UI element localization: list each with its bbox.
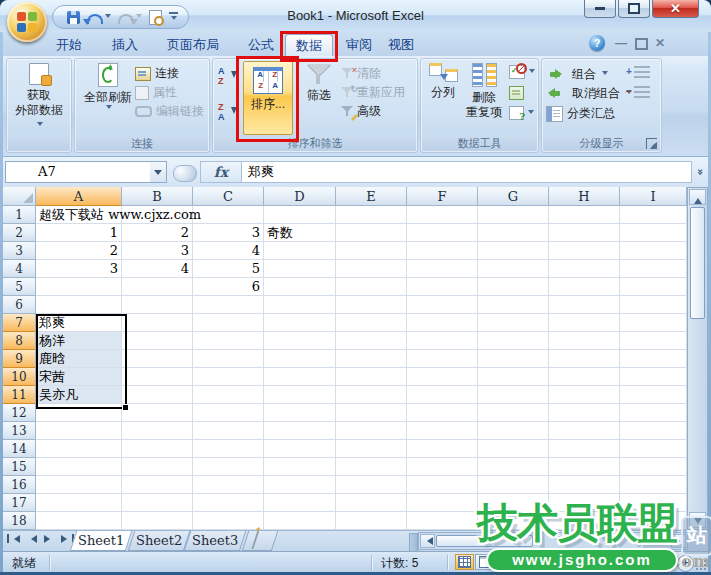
what-if-analysis-button[interactable] (509, 106, 534, 120)
insert-function-button[interactable]: fx (200, 161, 242, 183)
cell-D5[interactable] (264, 278, 336, 296)
cell-C1[interactable] (193, 206, 264, 224)
filter-button[interactable]: 筛选 (299, 63, 339, 103)
minimize-button[interactable] (584, 0, 616, 18)
cell-G6[interactable] (478, 296, 549, 314)
cell-D12[interactable] (264, 404, 336, 422)
selection-border[interactable] (36, 314, 127, 409)
cell-G12[interactable] (478, 404, 549, 422)
vertical-scrollbar-thumb[interactable] (690, 207, 705, 319)
tab-公式[interactable]: 公式 (239, 34, 283, 56)
ungroup-button[interactable]: 取消组合 (543, 85, 632, 102)
cell-D9[interactable] (264, 350, 336, 368)
cell-E5[interactable] (336, 278, 407, 296)
workbook-minimize-icon[interactable]: — (615, 36, 627, 50)
cell-F13[interactable] (407, 422, 478, 440)
advanced-button[interactable]: 高级 (341, 103, 381, 120)
dialog-launcher-icon[interactable] (646, 138, 657, 149)
cell-I4[interactable] (620, 260, 687, 278)
cell-D14[interactable] (264, 440, 336, 458)
row-header-6[interactable]: 6 (3, 296, 36, 314)
row-header-9[interactable]: 9 (3, 350, 36, 368)
cell-F17[interactable] (407, 494, 478, 512)
cell-E8[interactable] (336, 332, 407, 350)
cell-E14[interactable] (336, 440, 407, 458)
cell-I6[interactable] (620, 296, 687, 314)
cell-C17[interactable] (193, 494, 264, 512)
tab-插入[interactable]: 插入 (103, 34, 147, 56)
remove-duplicates-button[interactable]: 删除 重复项 (461, 63, 507, 120)
cell-D6[interactable] (264, 296, 336, 314)
cell-C16[interactable] (193, 476, 264, 494)
cell-C10[interactable] (193, 368, 264, 386)
cell-F7[interactable] (407, 314, 478, 332)
cell-B7[interactable] (122, 314, 193, 332)
column-header-F[interactable]: F (407, 187, 478, 206)
cell-E6[interactable] (336, 296, 407, 314)
row-header-8[interactable]: 8 (3, 332, 36, 350)
cell-C12[interactable] (193, 404, 264, 422)
cell-F16[interactable] (407, 476, 478, 494)
cell-E15[interactable] (336, 458, 407, 476)
cell-E1[interactable] (336, 206, 407, 224)
cell-C15[interactable] (193, 458, 264, 476)
cell-I2[interactable] (620, 224, 687, 242)
cell-E17[interactable] (336, 494, 407, 512)
column-header-H[interactable]: H (549, 187, 620, 206)
customize-quick-access-icon[interactable] (169, 12, 178, 23)
formula-bar-splitter[interactable] (173, 165, 197, 182)
vertical-scrollbar[interactable] (687, 187, 708, 530)
cell-D4[interactable] (264, 260, 336, 278)
cell-C13[interactable] (193, 422, 264, 440)
expand-formula-bar-icon[interactable]: » (693, 161, 707, 183)
cell-A3[interactable]: 2 (36, 242, 122, 260)
cell-E7[interactable] (336, 314, 407, 332)
close-button[interactable]: ✕ (652, 0, 699, 18)
cell-I9[interactable] (620, 350, 687, 368)
help-icon[interactable]: ? (589, 35, 605, 51)
cell-I15[interactable] (620, 458, 687, 476)
row-header-18[interactable]: 18 (3, 512, 36, 530)
cell-I13[interactable] (620, 422, 687, 440)
cell-B10[interactable] (122, 368, 193, 386)
data-validation-button[interactable] (509, 65, 535, 79)
cell-D7[interactable] (264, 314, 336, 332)
cell-E9[interactable] (336, 350, 407, 368)
cell-F18[interactable] (407, 512, 478, 530)
cell-D18[interactable] (264, 512, 336, 530)
cell-D10[interactable] (264, 368, 336, 386)
consolidate-button[interactable] (509, 86, 524, 100)
normal-view-button[interactable] (455, 554, 474, 570)
cell-B8[interactable] (122, 332, 193, 350)
formula-input[interactable]: 郑爽 (241, 161, 692, 183)
cell-G9[interactable] (478, 350, 549, 368)
undo-dropdown-icon[interactable] (105, 14, 111, 21)
cell-A1[interactable]: 超级下载站 www.cjxz.com (36, 206, 122, 224)
tab-页面布局[interactable]: 页面布局 (159, 34, 227, 56)
sort-descending-button[interactable]: ZA (218, 103, 237, 120)
row-header-13[interactable]: 13 (3, 422, 36, 440)
cell-B9[interactable] (122, 350, 193, 368)
cell-H10[interactable] (549, 368, 620, 386)
cell-F14[interactable] (407, 440, 478, 458)
column-header-E[interactable]: E (336, 187, 407, 206)
cell-H3[interactable] (549, 242, 620, 260)
previous-sheet-icon[interactable] (27, 535, 37, 543)
cell-B5[interactable] (122, 278, 193, 296)
cell-B4[interactable]: 4 (122, 260, 193, 278)
cell-C14[interactable] (193, 440, 264, 458)
workbook-restore-icon[interactable] (635, 38, 648, 53)
cell-F2[interactable] (407, 224, 478, 242)
sheet-tab-Sheet2[interactable]: Sheet2 (128, 531, 190, 551)
cell-A18[interactable] (36, 512, 122, 530)
cell-I16[interactable] (620, 476, 687, 494)
subtotal-button[interactable]: 分类汇总 (546, 105, 615, 122)
row-header-2[interactable]: 2 (3, 224, 36, 242)
restore-button[interactable] (618, 0, 650, 18)
row-header-7[interactable]: 7 (3, 314, 36, 332)
row-header-12[interactable]: 12 (3, 404, 36, 422)
cell-G15[interactable] (478, 458, 549, 476)
cell-D3[interactable] (264, 242, 336, 260)
cell-C2[interactable]: 3 (193, 224, 264, 242)
cell-E16[interactable] (336, 476, 407, 494)
